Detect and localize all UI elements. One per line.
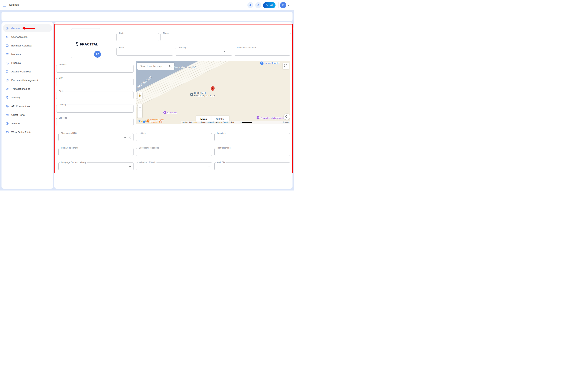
sidebar-item-general[interactable]: General: [3, 24, 52, 32]
zip-code-field[interactable]: Zip code: [56, 117, 133, 126]
state-input[interactable]: [59, 92, 128, 98]
sidebar-item-security[interactable]: Security: [3, 93, 52, 101]
search-icon[interactable]: [169, 64, 172, 68]
bell-icon: [249, 3, 252, 7]
map-label-aicon[interactable]: Aicon Internacional SC: [174, 66, 196, 68]
rocket-icon: [256, 3, 260, 7]
city-field[interactable]: City: [56, 77, 133, 86]
stock-valuation-field[interactable]: Valuation of Stocks: [136, 162, 212, 170]
email-field[interactable]: Email: [116, 47, 173, 56]
el-arenero-pin[interactable]: [163, 111, 166, 114]
email-input[interactable]: [119, 49, 167, 54]
hamburger-menu-button[interactable]: [3, 3, 7, 7]
city-input[interactable]: [59, 79, 128, 85]
map-fullscreen-button[interactable]: [283, 63, 289, 69]
state-field[interactable]: State: [56, 90, 133, 99]
country-field[interactable]: Country: [56, 104, 133, 113]
website-field[interactable]: Web Site: [214, 162, 290, 170]
map-label-arenero[interactable]: El Arenero: [167, 111, 177, 114]
upload-logo-button[interactable]: [94, 51, 101, 58]
sidebar-item-transactions-log[interactable]: Transactions Log: [3, 85, 52, 93]
code-input[interactable]: [119, 34, 153, 40]
zip-code-input[interactable]: [59, 119, 128, 124]
whats-new-button[interactable]: [255, 2, 261, 8]
mail-language-input[interactable]: [61, 163, 128, 169]
google-logo[interactable]: Google: [138, 120, 147, 123]
maison-kayser-pin[interactable]: [147, 119, 149, 122]
email-field-label: Email: [118, 47, 125, 49]
sidebar-item-financial[interactable]: $ Financial: [3, 59, 52, 67]
user-avatar[interactable]: JC: [280, 2, 286, 8]
pegman-icon: [138, 93, 142, 98]
secondary-telephone-input[interactable]: [138, 149, 206, 154]
currency-dropdown-button[interactable]: [223, 51, 225, 53]
city-field-label: City: [58, 77, 63, 79]
shield-icon: [5, 96, 9, 99]
kerah-jewelry-pin[interactable]: [260, 62, 264, 65]
street-view-pegman[interactable]: [138, 92, 142, 99]
longitude-input[interactable]: [217, 134, 284, 140]
sidebar-item-modules[interactable]: Modules: [3, 50, 52, 58]
code-field[interactable]: Code: [116, 32, 159, 41]
chevron-down-icon[interactable]: [287, 4, 290, 6]
sidebar-item-work-order-prints[interactable]: Work Order Prints: [3, 128, 52, 136]
map-label-kerah[interactable]: Kerah Jewelry: [265, 62, 279, 64]
map-pan-control[interactable]: [284, 114, 290, 120]
latitude-field[interactable]: Latitude: [136, 132, 212, 141]
dropdown-arrow-icon: [129, 166, 131, 168]
text-telephone-field[interactable]: Text telephone: [214, 147, 290, 156]
name-field[interactable]: Name: [161, 32, 291, 41]
sidebar-item-guest-portal[interactable]: Guest Portal: [3, 111, 52, 119]
map-label-proyectos[interactable]: Proyectos Multipropósito: [261, 117, 284, 119]
longitude-field[interactable]: Longitude: [214, 132, 290, 141]
address-input[interactable]: [59, 66, 128, 71]
map-canvas[interactable]: de la Reforma Aicon Internacional SC Ker…: [136, 61, 290, 124]
map-label-cnc[interactable]: CNC Global Forwarding, SA de CV: [194, 92, 216, 97]
thousands-separator-input[interactable]: [236, 49, 285, 54]
map-label-maison[interactable]: Maison Kayser Reforma 408: [150, 118, 164, 123]
timezone-dropdown-button[interactable]: [124, 137, 126, 138]
mail-language-field[interactable]: Language For mail delivery: [59, 162, 133, 170]
map-search-input[interactable]: [140, 63, 167, 70]
zoom-in-button[interactable]: +: [138, 104, 142, 111]
timezone-input[interactable]: [61, 134, 122, 140]
name-input[interactable]: [163, 34, 285, 40]
sidebar-item-business-calendar[interactable]: Business Calendar: [3, 42, 52, 49]
calendar-icon: [5, 44, 9, 47]
sidebar-item-api-connections[interactable]: API Connections: [3, 102, 52, 110]
terms-link[interactable]: Termos: [283, 121, 289, 123]
map-search-box: [137, 63, 174, 70]
primary-telephone-input[interactable]: [61, 149, 128, 154]
location-marker-icon[interactable]: [210, 86, 215, 92]
keyboard-shortcuts-link[interactable]: Atalhos do teclado: [183, 121, 197, 123]
timezone-clear-button[interactable]: [129, 136, 131, 139]
country-input[interactable]: [59, 106, 128, 111]
sidebar-item-auxiliary-catalogs[interactable]: Auxiliary Catalogs: [3, 67, 52, 75]
zoom-out-button[interactable]: −: [138, 111, 142, 118]
cnc-pin[interactable]: [190, 93, 193, 96]
mail-language-dropdown-button[interactable]: [129, 166, 131, 168]
timezone-field[interactable]: Time zones UTC: [59, 132, 133, 141]
sidebar-item-account[interactable]: Account: [3, 119, 52, 127]
secondary-telephone-field[interactable]: Secondary Telephone: [136, 147, 212, 156]
sidebar-item-user-accounts[interactable]: User Accounts: [3, 33, 52, 41]
text-telephone-input[interactable]: [217, 149, 284, 154]
currency-field[interactable]: Currency: [175, 47, 232, 56]
proyectos-pin[interactable]: [256, 116, 259, 119]
fullscreen-icon: [284, 64, 287, 67]
website-input[interactable]: [217, 163, 284, 169]
name-field-label: Name: [162, 32, 169, 34]
notifications-button[interactable]: [247, 2, 253, 8]
currency-input[interactable]: [177, 49, 220, 54]
currency-clear-button[interactable]: [227, 51, 230, 53]
stock-valuation-dropdown-button[interactable]: [208, 166, 210, 167]
primary-telephone-field[interactable]: Primary Telephone: [59, 147, 133, 156]
code-field-label: Code: [118, 32, 125, 34]
ai-assistant-button[interactable]: AI: [263, 2, 275, 8]
thousands-separator-field[interactable]: Thousands separator: [234, 47, 290, 56]
sidebar-item-label: API Connections: [11, 105, 30, 107]
sidebar-item-document-management[interactable]: Document Management: [3, 76, 52, 84]
stock-valuation-input[interactable]: [138, 163, 206, 169]
address-field[interactable]: Address: [56, 64, 133, 73]
latitude-input[interactable]: [138, 134, 206, 140]
